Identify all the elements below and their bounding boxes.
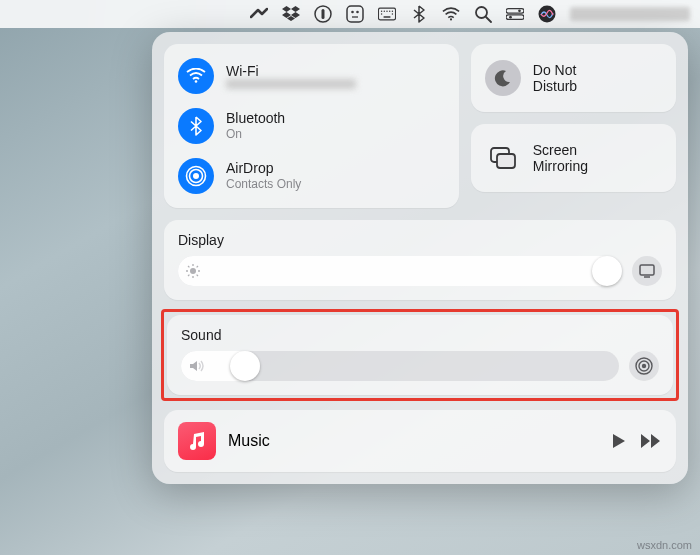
sound-highlight: Sound bbox=[161, 309, 679, 401]
svg-point-9 bbox=[389, 11, 390, 12]
screen-mirroring-button[interactable]: Screen Mirroring bbox=[471, 124, 676, 192]
svg-rect-37 bbox=[640, 265, 654, 275]
airdrop-label: AirDrop bbox=[226, 160, 301, 177]
svg-line-34 bbox=[197, 275, 198, 276]
svg-point-6 bbox=[381, 11, 382, 12]
music-panel[interactable]: Music bbox=[164, 410, 676, 472]
music-app-icon bbox=[178, 422, 216, 460]
screen-mirroring-icon bbox=[485, 147, 521, 169]
svg-line-16 bbox=[486, 17, 491, 22]
app-icon[interactable] bbox=[346, 5, 364, 23]
bluetooth-status: On bbox=[226, 127, 285, 141]
svg-rect-13 bbox=[383, 16, 390, 17]
onepassword-icon[interactable] bbox=[314, 5, 332, 23]
bluetooth-icon bbox=[178, 108, 214, 144]
sound-slider[interactable] bbox=[181, 351, 619, 381]
svg-rect-1 bbox=[322, 9, 325, 19]
svg-line-36 bbox=[197, 266, 198, 267]
watermark: wsxdn.com bbox=[637, 539, 692, 551]
svg-line-33 bbox=[188, 266, 189, 267]
wifi-icon[interactable] bbox=[442, 5, 460, 23]
display-label: Display bbox=[178, 232, 662, 248]
bluetooth-label: Bluetooth bbox=[226, 110, 285, 127]
wavy-icon[interactable] bbox=[250, 5, 268, 23]
keyboard-icon[interactable] bbox=[378, 5, 396, 23]
svg-point-3 bbox=[351, 11, 354, 14]
volume-low-icon bbox=[189, 359, 205, 373]
display-slider[interactable] bbox=[178, 256, 622, 286]
airdrop-status: Contacts Only bbox=[226, 177, 301, 191]
control-center-panel: Wi-Fi Bluetooth On AirDrop bbox=[152, 32, 688, 484]
wifi-label: Wi-Fi bbox=[226, 63, 356, 80]
music-controls bbox=[612, 433, 662, 449]
svg-point-22 bbox=[195, 80, 198, 83]
siri-icon[interactable] bbox=[538, 5, 556, 23]
svg-point-8 bbox=[386, 11, 387, 12]
svg-rect-2 bbox=[347, 6, 363, 22]
moon-icon bbox=[485, 60, 521, 96]
control-center-icon[interactable] bbox=[506, 5, 524, 23]
svg-point-39 bbox=[642, 364, 646, 368]
bluetooth-icon[interactable] bbox=[410, 5, 428, 23]
svg-point-20 bbox=[509, 16, 512, 19]
svg-point-4 bbox=[356, 11, 359, 14]
menubar bbox=[0, 0, 700, 28]
connectivity-panel: Wi-Fi Bluetooth On AirDrop bbox=[164, 44, 459, 208]
airdrop-toggle[interactable]: AirDrop Contacts Only bbox=[178, 158, 445, 194]
dnd-toggle[interactable]: Do Not Disturb bbox=[471, 44, 676, 112]
svg-line-35 bbox=[188, 275, 189, 276]
svg-point-10 bbox=[392, 11, 393, 12]
wifi-icon bbox=[178, 58, 214, 94]
side-column: Do Not Disturb Screen Mirroring bbox=[471, 44, 676, 208]
airdrop-icon bbox=[178, 158, 214, 194]
svg-rect-27 bbox=[497, 154, 515, 168]
svg-point-14 bbox=[450, 18, 452, 20]
sound-panel: Sound bbox=[167, 315, 673, 395]
wifi-toggle[interactable]: Wi-Fi bbox=[178, 58, 445, 94]
svg-point-7 bbox=[384, 11, 385, 12]
next-button[interactable] bbox=[640, 433, 662, 449]
display-settings-button[interactable] bbox=[632, 256, 662, 286]
svg-point-23 bbox=[193, 173, 199, 179]
svg-point-28 bbox=[190, 268, 196, 274]
music-label: Music bbox=[228, 432, 270, 450]
dropbox-icon[interactable] bbox=[282, 5, 300, 23]
brightness-low-icon bbox=[186, 264, 200, 278]
sound-label: Sound bbox=[181, 327, 659, 343]
svg-point-11 bbox=[381, 13, 382, 14]
wifi-status bbox=[226, 79, 356, 89]
search-icon[interactable] bbox=[474, 5, 492, 23]
display-panel: Display bbox=[164, 220, 676, 300]
play-button[interactable] bbox=[612, 433, 626, 449]
svg-point-18 bbox=[518, 10, 521, 13]
sound-output-button[interactable] bbox=[629, 351, 659, 381]
top-row: Wi-Fi Bluetooth On AirDrop bbox=[164, 44, 676, 208]
svg-rect-19 bbox=[506, 15, 524, 20]
svg-point-15 bbox=[476, 7, 487, 18]
screen-mirroring-label: Screen Mirroring bbox=[533, 142, 588, 174]
dnd-label: Do Not Disturb bbox=[533, 62, 577, 94]
svg-rect-17 bbox=[506, 9, 524, 14]
menubar-clock-blurred bbox=[570, 7, 690, 21]
svg-point-12 bbox=[392, 13, 393, 14]
bluetooth-toggle[interactable]: Bluetooth On bbox=[178, 108, 445, 144]
